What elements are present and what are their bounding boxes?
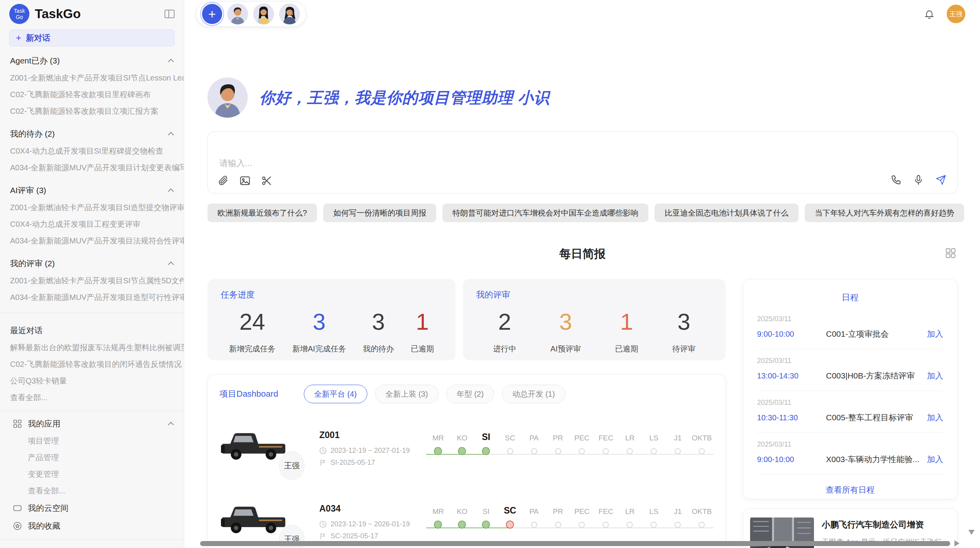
sidebar-item-favorites[interactable]: 我的收藏	[0, 517, 184, 535]
stat-item: 3 AI预评审	[550, 308, 581, 354]
milestone: FEC	[594, 427, 618, 469]
project-code: Z001	[319, 430, 415, 440]
sidebar-item[interactable]: 解释最新出台的欧盟报废车法规再生塑料比例被调至15%...	[0, 339, 184, 356]
chevron-up-icon[interactable]	[168, 421, 174, 426]
stat-item: 2 进行中	[493, 308, 516, 354]
stat-item: 3 新增AI完成任务	[292, 308, 346, 354]
sidebar-item[interactable]: A034-全新新能源MUV产品开发项目造型可行性评审	[0, 289, 184, 306]
flag-icon	[319, 459, 327, 466]
event-date: 2025/03/11	[757, 315, 943, 323]
event-join-link[interactable]: 加入	[927, 412, 943, 423]
sidebar-section-header[interactable]: 我的待办 (2)	[0, 125, 184, 143]
event-join-link[interactable]: 加入	[927, 329, 943, 339]
suggestion-chip[interactable]: 特朗普可能对进口汽车增税会对中国车企造成哪些影响	[442, 204, 648, 222]
sidebar-item-ai-super-staff[interactable]: AI超级员工	[0, 545, 184, 548]
milestone-dot	[506, 521, 514, 529]
dashboard-tab[interactable]: 年型 (2)	[446, 385, 494, 403]
chat-input[interactable]: 请输入...	[207, 132, 958, 194]
new-chat-button[interactable]: + 新对话	[9, 29, 175, 46]
voice-call-icon[interactable]	[891, 175, 901, 185]
suggestion-chip[interactable]: 如何写一份清晰的项目周报	[323, 204, 436, 222]
stat-value: 3	[363, 308, 394, 335]
avatar-agent-1[interactable]	[227, 3, 248, 24]
sidebar-section-header[interactable]: AI评审 (3)	[0, 182, 184, 199]
event-join-link[interactable]: 加入	[927, 370, 943, 381]
milestone-dot	[531, 522, 537, 528]
scroll-down-arrow[interactable]	[968, 530, 975, 535]
sidebar-item-cloud-space[interactable]: 我的云空间	[0, 499, 184, 517]
sidebar-item[interactable]: C02-飞腾新能源轻客改款项目的闭环通告反馈情况	[0, 356, 184, 373]
sidebar-item[interactable]: C0X4-动力总成开发项目SI里程碑提交物检查	[0, 143, 184, 159]
sidebar-app-item[interactable]: 产品管理	[0, 449, 184, 466]
sidebar-item[interactable]: Z001-全新燃油皮卡产品开发项目SI节点Lesson Learn报告	[0, 70, 184, 86]
apps-view-all[interactable]: 查看全部...	[0, 483, 184, 499]
chevron-up-icon[interactable]	[168, 58, 174, 63]
project-row[interactable]: 王强 A034 2023-12-19 ~ 2026-01-19 SC-2025-…	[219, 493, 714, 548]
sidebar-item[interactable]: Z001-全新燃油轻卡产品开发项目SI造型提交物评审	[0, 199, 184, 216]
add-conversation-button[interactable]: +	[202, 4, 222, 24]
sidebar-item[interactable]: 公司Q3轻卡销量	[0, 373, 184, 389]
sidebar-item[interactable]: C02-飞腾新能源轻客改款项目里程碑画布	[0, 86, 184, 103]
attachment-icon[interactable]	[218, 175, 229, 186]
chevron-up-icon[interactable]	[168, 261, 174, 266]
milestone-label: PA	[529, 500, 539, 516]
stat-label: 已逾期	[411, 344, 434, 354]
stat-item: 1 已逾期	[615, 308, 638, 354]
milestone-dot	[555, 448, 561, 454]
sidebar-section-header[interactable]: Agent已办 (3)	[0, 52, 184, 70]
sidebar-app-item[interactable]: 变更管理	[0, 466, 184, 483]
sidebar-item[interactable]: Z001-全新燃油轻卡产品开发项目SI节点属性5D文件评审	[0, 272, 184, 289]
scissors-icon[interactable]	[261, 175, 272, 186]
sidebar-item[interactable]: A034-全新新能源MUV产品开发项目法规符合性评审	[0, 233, 184, 249]
milestone-dot	[675, 448, 681, 454]
recent-view-all[interactable]: 查看全部...	[0, 389, 184, 406]
event-join-link[interactable]: 加入	[927, 454, 943, 465]
send-icon[interactable]	[935, 175, 946, 185]
dashboard-tab[interactable]: 动总开发 (1)	[502, 385, 565, 403]
milestone-label: PR	[553, 500, 563, 516]
my-apps-block: 我的应用 项目管理 产品管理 变更管理 查看全部... 我的云空间 我的收藏	[0, 411, 184, 535]
chevron-up-icon[interactable]	[168, 188, 174, 193]
suggestion-chip[interactable]: 欧洲新规最近颁布了什么?	[207, 204, 317, 222]
project-list: 王强 Z001 2023-12-19 ~ 2027-01-19 SI-2025-…	[219, 420, 714, 548]
view-all-schedule-link[interactable]: 查看所有日程	[757, 474, 943, 495]
schedule-title: 日程	[757, 292, 943, 303]
user-avatar[interactable]: 王强	[947, 5, 965, 23]
sidebar-item[interactable]: A034-全新新能源MUV产品开发项目计划变更表编写	[0, 159, 184, 176]
milestone-dot	[458, 447, 466, 455]
milestone-label: SI	[482, 427, 490, 442]
recent-conversations-header: 最近对话	[0, 322, 184, 339]
stat-item: 3 我的待办	[363, 308, 394, 354]
milestone-label: PEC	[574, 427, 589, 442]
layout-grid-icon[interactable]	[945, 248, 956, 259]
chevron-up-icon[interactable]	[168, 131, 174, 137]
milestone-label: LS	[649, 500, 658, 516]
sidebar-section: AI评审 (3) Z001-全新燃油轻卡产品开发项目SI造型提交物评审 C0X4…	[0, 182, 184, 249]
project-row[interactable]: 王强 Z001 2023-12-19 ~ 2027-01-19 SI-2025-…	[219, 420, 714, 477]
sidebar-item[interactable]: C02-飞腾新能源轻客改款项目立项汇报方案	[0, 103, 184, 120]
dashboard-tab[interactable]: 全新上装 (3)	[375, 385, 439, 403]
milestone-dot	[651, 522, 657, 528]
dashboard-tab[interactable]: 全新平台 (4)	[304, 385, 367, 403]
sidebar-app-item[interactable]: 项目管理	[0, 433, 184, 449]
milestone-label: SC	[504, 500, 516, 516]
my-apps-header[interactable]: 我的应用	[0, 415, 184, 433]
insert-image-icon[interactable]	[240, 175, 250, 186]
collapse-sidebar-icon[interactable]	[164, 10, 175, 18]
milestone-label: SC	[505, 427, 515, 442]
avatar-agent-2[interactable]	[253, 3, 274, 24]
project-dashboard-title: 项目Dashboard	[219, 388, 278, 400]
microphone-icon[interactable]	[913, 175, 924, 185]
scroll-right-arrow[interactable]	[954, 540, 959, 546]
notification-bell-icon[interactable]	[923, 8, 935, 20]
horizontal-scrollbar[interactable]	[200, 541, 950, 546]
milestone-dot	[434, 521, 442, 529]
avatar-agent-3[interactable]	[279, 3, 300, 24]
project-owner-badge: 王强	[279, 451, 305, 480]
sidebar-section-header[interactable]: 我的评审 (2)	[0, 255, 184, 272]
suggestion-chip[interactable]: 当下年轻人对汽车外观有怎样的喜好趋势	[805, 204, 964, 222]
milestone: PA	[522, 500, 546, 543]
sidebar-item[interactable]: C0X4-动力总成开发项目工程变更评审	[0, 216, 184, 233]
suggestion-chip[interactable]: 比亚迪全固态电池计划具体说了什么	[654, 204, 798, 222]
cloud-space-label: 我的云空间	[28, 503, 69, 514]
